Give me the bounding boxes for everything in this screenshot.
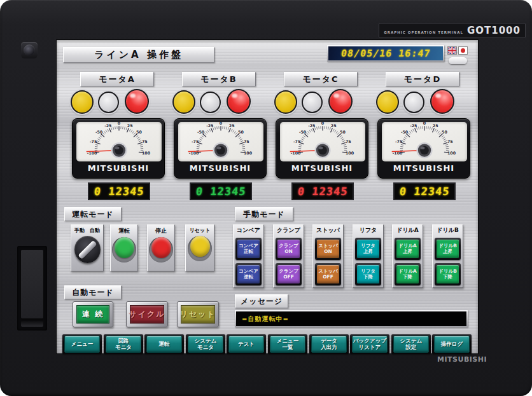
selector-auto-label: 自動 — [90, 227, 100, 234]
touch-screen: ラインA 操作盤 08/05/16 16:47 モータA -100-75-50-… — [56, 39, 479, 354]
motor-section-c: モータC -100-75-50-250255075100 MITSUBISHI … — [271, 71, 373, 201]
fkey-menu: メニュー — [62, 334, 102, 354]
language-switch-button[interactable] — [449, 57, 467, 64]
meter-brand-label: MITSUBISHI — [276, 163, 368, 173]
motor-label: モータB — [182, 72, 256, 86]
rotary-lever — [78, 240, 97, 259]
svg-text:100: 100 — [142, 151, 151, 155]
svg-text:25: 25 — [229, 123, 235, 128]
stop-button[interactable] — [151, 237, 171, 258]
mitsubishi-bezel-logo: MITSUBISHI — [437, 355, 487, 364]
digital-counter: 0 12345 — [190, 182, 252, 200]
svg-text:100: 100 — [346, 151, 354, 155]
mode-selector[interactable]: 手動 自動 — [71, 224, 104, 271]
continuous-button[interactable]: 連 続 — [73, 301, 113, 327]
reset-button-assembly: リセット — [185, 224, 214, 271]
fkey-run: 運転 — [144, 334, 184, 354]
test-button[interactable]: テスト — [228, 336, 264, 353]
sensor-lens-icon — [24, 44, 35, 56]
uk-flag-icon[interactable] — [447, 46, 457, 55]
motor-label: モータC — [284, 72, 358, 86]
analog-meter: -100-75-50-250255075100 MITSUBISHI — [377, 118, 470, 179]
svg-text:-75: -75 — [293, 139, 300, 144]
red-lamp — [125, 89, 149, 114]
datetime-display: 08/05/16 16:47 — [327, 45, 444, 62]
circuit-monitor-button[interactable]: 回路 モニタ — [106, 336, 141, 353]
svg-text:25: 25 — [127, 123, 133, 128]
fkey-menu-list: メニュー 一覧 — [268, 334, 307, 354]
manual-group-clamp: クランプ クランプ ON クランプ OFF — [273, 224, 304, 288]
red-lamp — [430, 89, 454, 114]
svg-text:-50: -50 — [299, 130, 307, 134]
rotary-switch-knob[interactable] — [74, 236, 101, 263]
analog-meter-scale: -100-75-50-250255075100 — [76, 122, 162, 161]
lifter-down-button[interactable]: リフタ 下降 — [355, 263, 381, 285]
digital-counter: 0 12345 — [393, 182, 456, 200]
drill-a-down-button[interactable]: ドリルA 下降 — [395, 263, 421, 285]
svg-text:25: 25 — [331, 123, 337, 128]
stop-button-assembly: 停止 — [147, 224, 175, 271]
yellow-lamp — [71, 90, 94, 114]
digital-counter: 0 12345 — [291, 182, 354, 200]
svg-text:25: 25 — [433, 123, 438, 128]
meter-brand-label: MITSUBISHI — [174, 163, 266, 173]
run-screen-button[interactable]: 運転 — [146, 336, 182, 353]
analog-meter: -100-75-50-250255075100 MITSUBISHI — [174, 118, 267, 179]
manual-mode-section-label: 手動モード — [235, 207, 293, 221]
motor-label: モータA — [80, 72, 154, 86]
conveyor-reverse-button[interactable]: コンベア 逆転 — [235, 263, 262, 285]
svg-text:50: 50 — [340, 130, 346, 134]
group-header: ドリルA — [393, 226, 423, 236]
motor-section-b: モータB -100-75-50-250255075100 MITSUBISHI … — [169, 71, 271, 201]
stopper-off-button[interactable]: ストッパ OFF — [315, 263, 341, 285]
message-display: =自動運転中= — [235, 310, 468, 327]
conveyor-forward-button[interactable]: コンベア 正転 — [235, 238, 262, 260]
svg-text:-50: -50 — [197, 130, 205, 134]
digital-counter: 0 12345 — [88, 182, 150, 200]
message-text: =自動運転中= — [242, 315, 289, 324]
svg-text:-75: -75 — [192, 139, 199, 144]
svg-text:100: 100 — [447, 151, 456, 155]
svg-text:-75: -75 — [395, 139, 402, 144]
yellow-lamp — [172, 90, 195, 114]
manual-group-lifter: リフタ リフタ 上昇 リフタ 下降 — [353, 224, 384, 288]
svg-text:75: 75 — [142, 139, 148, 144]
operation-log-button[interactable]: 操作ログ — [434, 336, 470, 353]
page-title: ラインA 操作盤 — [63, 47, 214, 63]
menu-button[interactable]: メニュー — [64, 336, 100, 353]
run-button[interactable] — [115, 237, 134, 258]
datetime-value: 08/05/16 16:47 — [340, 48, 431, 59]
clamp-on-button[interactable]: クランプ ON — [276, 238, 302, 260]
clamp-off-button[interactable]: クランプ OFF — [276, 263, 302, 285]
white-lamp — [98, 92, 119, 113]
svg-text:75: 75 — [447, 139, 453, 144]
motor-label: モータD — [386, 72, 459, 86]
drill-a-up-button[interactable]: ドリルA 上昇 — [395, 238, 421, 260]
cycle-button[interactable]: サイクル — [126, 301, 168, 327]
reset-button[interactable] — [190, 236, 210, 257]
drill-b-down-button[interactable]: ドリルB 下降 — [435, 263, 461, 285]
svg-text:100: 100 — [244, 151, 253, 155]
group-header: コンベア — [234, 226, 263, 236]
system-settings-button[interactable]: システム 設定 — [393, 336, 429, 353]
got1000-logo: GRAPHIC OPERATION TERMINAL GOT1000 — [379, 23, 526, 38]
manual-group-drill-a: ドリルA ドリルA 上昇 ドリルA 下降 — [392, 224, 423, 288]
lifter-up-button[interactable]: リフタ 上昇 — [355, 238, 381, 260]
svg-text:-75: -75 — [90, 139, 97, 144]
japan-flag-icon[interactable] — [458, 46, 468, 55]
menu-list-button[interactable]: メニュー 一覧 — [270, 336, 305, 353]
system-monitor-button[interactable]: システム モニタ — [188, 336, 223, 353]
data-io-button[interactable]: データ 入出力 — [311, 336, 347, 353]
interface-cover[interactable] — [17, 246, 47, 331]
svg-text:0: 0 — [118, 122, 121, 125]
svg-text:-25: -25 — [308, 123, 315, 128]
red-lamp — [227, 89, 251, 114]
auto-reset-button[interactable]: リセット — [177, 301, 219, 327]
yellow-lamp — [376, 90, 399, 114]
stopper-on-button[interactable]: ストッパ ON — [315, 238, 341, 260]
run-mode-section-label: 運転モード — [64, 207, 122, 221]
drill-b-up-button[interactable]: ドリルB 上昇 — [435, 238, 461, 260]
backup-restore-button[interactable]: バックアップ リストア — [352, 336, 388, 353]
got-logo-model: GOT1000 — [467, 25, 521, 36]
svg-text:50: 50 — [136, 130, 142, 134]
